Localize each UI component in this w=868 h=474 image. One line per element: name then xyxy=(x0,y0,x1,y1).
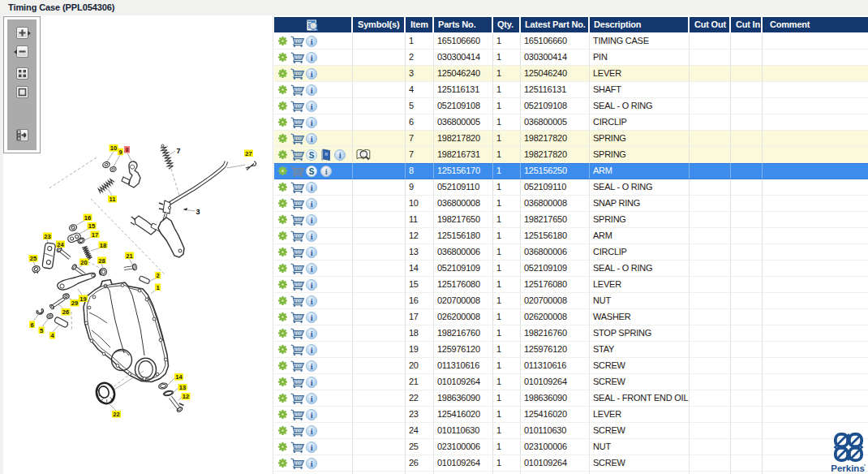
svg-text:i: i xyxy=(311,216,313,225)
svg-text:i: i xyxy=(311,37,313,46)
svg-text:18: 18 xyxy=(100,242,106,249)
svg-text:i: i xyxy=(311,443,313,452)
svg-text:i: i xyxy=(311,313,313,322)
svg-text:i: i xyxy=(311,86,313,95)
svg-text:26: 26 xyxy=(62,308,69,316)
svg-text:29: 29 xyxy=(71,299,78,307)
svg-text:i: i xyxy=(311,232,313,241)
svg-text:5: 5 xyxy=(40,327,43,334)
svg-text:12: 12 xyxy=(183,393,189,400)
svg-text:i: i xyxy=(311,200,313,209)
svg-text:10: 10 xyxy=(110,144,117,152)
svg-text:i: i xyxy=(311,394,313,403)
svg-text:27: 27 xyxy=(245,150,251,157)
svg-text:S: S xyxy=(309,151,315,160)
svg-text:6: 6 xyxy=(30,321,33,329)
svg-text:17: 17 xyxy=(92,231,98,239)
svg-text:20: 20 xyxy=(80,259,87,266)
svg-text:3: 3 xyxy=(196,208,200,216)
svg-text:i: i xyxy=(311,411,313,420)
svg-text:i: i xyxy=(311,346,313,355)
svg-text:11: 11 xyxy=(110,196,116,203)
svg-text:i: i xyxy=(339,151,342,160)
svg-text:7: 7 xyxy=(177,147,181,155)
svg-text:i: i xyxy=(311,54,313,62)
svg-text:i: i xyxy=(311,459,313,468)
svg-text:24: 24 xyxy=(57,241,64,248)
svg-text:i: i xyxy=(311,427,313,436)
svg-text:19: 19 xyxy=(79,295,86,303)
svg-text:i: i xyxy=(311,183,313,192)
svg-text:i: i xyxy=(311,330,313,338)
svg-text:i: i xyxy=(325,167,328,176)
svg-text:Perkins: Perkins xyxy=(831,463,865,473)
svg-text:i: i xyxy=(311,118,313,127)
svg-text:9: 9 xyxy=(118,149,122,156)
svg-text:25: 25 xyxy=(30,255,37,262)
svg-text:i: i xyxy=(311,362,313,371)
svg-text:22: 22 xyxy=(113,411,119,418)
svg-text:28: 28 xyxy=(98,257,105,265)
svg-text:i: i xyxy=(311,378,313,387)
svg-text:i: i xyxy=(311,281,313,290)
svg-text:1: 1 xyxy=(156,284,159,291)
svg-text:2: 2 xyxy=(156,272,159,279)
svg-text:i: i xyxy=(311,102,313,111)
svg-text:i: i xyxy=(311,70,313,79)
svg-text:13: 13 xyxy=(179,384,186,391)
svg-text:i: i xyxy=(311,135,313,144)
svg-text:16: 16 xyxy=(84,214,91,222)
svg-text:i: i xyxy=(311,248,313,257)
svg-text:14: 14 xyxy=(175,373,183,381)
svg-text:8: 8 xyxy=(125,146,128,153)
svg-text:i: i xyxy=(311,265,313,274)
svg-text:S: S xyxy=(309,167,315,176)
svg-text:23: 23 xyxy=(44,233,50,240)
svg-text:21: 21 xyxy=(126,252,132,260)
svg-text:15: 15 xyxy=(88,222,95,230)
svg-text:i: i xyxy=(311,297,313,306)
